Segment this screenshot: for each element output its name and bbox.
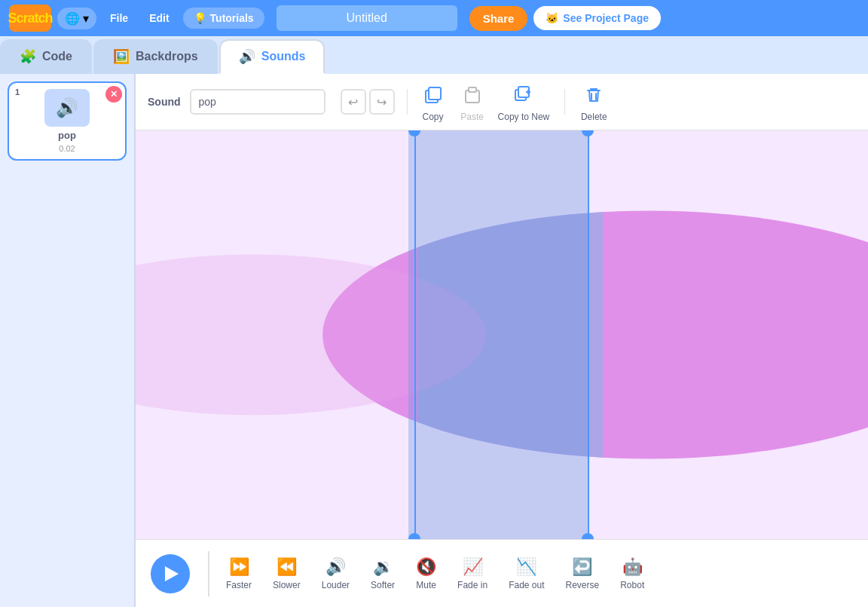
tabs: 🧩 Code 🖼️ Backdrops 🔊 Sounds [0, 36, 868, 74]
scratch-icon: 🐱 [546, 12, 558, 24]
globe-button[interactable]: 🌐 ▾ [57, 8, 96, 29]
file-menu[interactable]: File [102, 8, 136, 29]
paste-tool[interactable]: Paste [459, 81, 486, 122]
edit-menu[interactable]: Edit [142, 8, 176, 29]
robot-tool[interactable]: 🤖 Robot [610, 557, 655, 590]
svg-rect-3 [469, 87, 476, 92]
faster-icon: ⏩ [229, 557, 249, 577]
bottom-controls: ⏩ Faster ⏪ Slower 🔊 Louder 🔉 Softer 🔇 Mu… [136, 539, 868, 607]
softer-tool[interactable]: 🔉 Softer [360, 557, 405, 590]
faster-tool[interactable]: ⏩ Faster [215, 557, 262, 590]
delete-icon [580, 81, 607, 109]
see-project-button[interactable]: 🐱 See Project Page [533, 6, 661, 30]
louder-label: Louder [322, 580, 350, 590]
softer-label: Softer [371, 580, 395, 590]
slower-label: Slower [273, 580, 301, 590]
globe-icon: 🌐 [65, 11, 80, 26]
play-button[interactable] [151, 554, 190, 593]
softer-icon: 🔉 [373, 557, 393, 577]
edit-tools-group: Copy Paste [420, 81, 608, 122]
slower-tool[interactable]: ⏪ Slower [262, 557, 311, 590]
sound-item-number: 1 [15, 87, 20, 97]
tab-sounds[interactable]: 🔊 Sounds [219, 39, 326, 74]
redo-button[interactable]: ↪ [369, 89, 395, 115]
copy-to-new-icon [510, 81, 537, 109]
delete-label: Delete [581, 112, 607, 122]
bottom-divider [208, 551, 209, 596]
reverse-label: Reverse [566, 580, 600, 590]
sound-name-input[interactable] [190, 89, 326, 115]
louder-icon: 🔊 [326, 557, 346, 577]
sound-thumbnail: 🔊 [44, 89, 90, 127]
copy-label: Copy [423, 112, 444, 122]
robot-icon: 🤖 [622, 557, 643, 577]
tab-sounds-label: Sounds [261, 50, 306, 63]
toolbar-divider-1 [407, 89, 408, 115]
selection-line-right [588, 130, 589, 539]
fade-out-icon: 📉 [516, 557, 536, 577]
sound-editor: Sound ↩ ↪ Copy [136, 74, 868, 607]
scratch-logo[interactable]: Scratch [9, 5, 51, 32]
robot-label: Robot [620, 580, 644, 590]
reverse-icon: ↩️ [572, 557, 592, 577]
toolbar-divider-2 [564, 89, 565, 115]
code-icon: 🧩 [20, 48, 36, 65]
backdrops-icon: 🖼️ [113, 48, 130, 65]
tutorials-button[interactable]: 💡 Tutorials [183, 8, 264, 29]
reverse-tool[interactable]: ↩️ Reverse [555, 557, 610, 590]
globe-chevron: ▾ [83, 11, 89, 26]
editor-toolbar: Sound ↩ ↪ Copy [136, 74, 868, 130]
sound-item-duration: 0.02 [59, 144, 75, 153]
fade-in-tool[interactable]: 📈 Fade in [447, 557, 498, 590]
lightbulb-icon: 💡 [194, 12, 206, 24]
sound-item[interactable]: 1 ✕ 🔊 pop 0.02 [8, 81, 127, 161]
sounds-icon: 🔊 [239, 48, 255, 65]
tab-code[interactable]: 🧩 Code [0, 39, 92, 74]
undo-button[interactable]: ↩ [341, 89, 366, 115]
delete-tool[interactable]: Delete [580, 81, 607, 122]
fade-out-tool[interactable]: 📉 Fade out [498, 557, 555, 590]
copy-to-new-label: Copy to New [498, 112, 550, 122]
topbar: Scratch 🌐 ▾ File Edit 💡 Tutorials Share … [0, 0, 868, 36]
selection-line-left [414, 130, 416, 539]
share-button[interactable]: Share [469, 6, 528, 31]
faster-label: Faster [226, 580, 252, 590]
sounds-list-panel: 1 ✕ 🔊 pop 0.02 [0, 74, 136, 607]
main-area: 1 ✕ 🔊 pop 0.02 Sound ↩ ↪ [0, 74, 868, 607]
undo-redo-group: ↩ ↪ [341, 89, 395, 115]
fade-in-label: Fade in [457, 580, 487, 590]
waveform-area[interactable] [136, 130, 868, 539]
copy-tool[interactable]: Copy [420, 81, 447, 122]
svg-rect-1 [429, 87, 441, 100]
delete-sound-button[interactable]: ✕ [105, 86, 122, 103]
slower-icon: ⏪ [277, 557, 297, 577]
sound-field-label: Sound [148, 96, 181, 108]
tab-code-label: Code [42, 50, 72, 63]
sound-item-name: pop [58, 130, 76, 141]
project-title-input[interactable] [277, 5, 457, 31]
copy-to-new-tool[interactable]: Copy to New [498, 81, 550, 122]
fade-in-icon: 📈 [463, 557, 483, 577]
mute-label: Mute [416, 580, 436, 590]
fade-out-label: Fade out [509, 580, 544, 590]
mute-tool[interactable]: 🔇 Mute [405, 557, 447, 590]
paste-label: Paste [460, 112, 484, 122]
louder-tool[interactable]: 🔊 Louder [311, 557, 360, 590]
copy-icon [420, 81, 447, 109]
tab-backdrops[interactable]: 🖼️ Backdrops [93, 39, 218, 74]
selection-overlay [408, 130, 588, 539]
mute-icon: 🔇 [416, 557, 436, 577]
tab-backdrops-label: Backdrops [136, 50, 198, 63]
paste-icon [459, 81, 486, 109]
